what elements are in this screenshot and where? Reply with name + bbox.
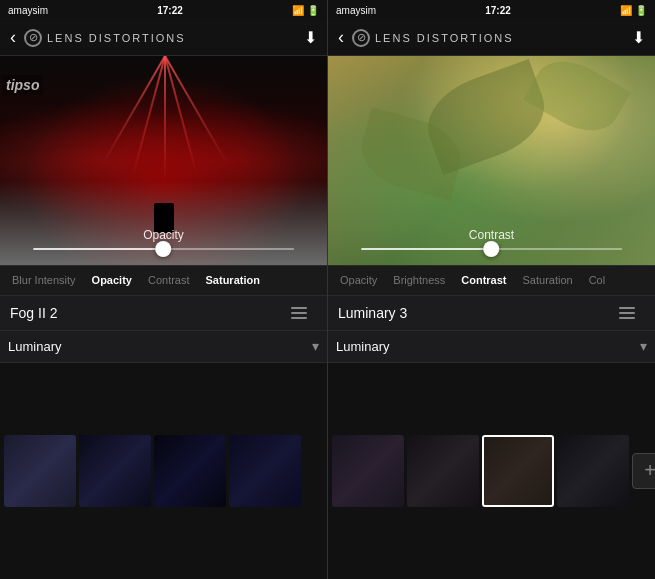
thumbnail-item-selected[interactable] (482, 435, 554, 507)
right-status-icons: 📶 🔋 (620, 5, 647, 16)
right-category-row[interactable]: Luminary ▾ (328, 331, 655, 363)
right-logo: ⊘ LENS DISTORTIONS (352, 29, 624, 47)
right-hamburger-icon[interactable] (619, 307, 635, 319)
watermark-left: tipso (2, 76, 43, 94)
right-panel: amaysim 17:22 📶 🔋 ‹ ⊘ LENS DISTORTIONS ⬇… (327, 0, 655, 579)
right-controls-tabs: Opacity Brightness Contrast Saturation C… (328, 265, 655, 295)
tab-saturation[interactable]: Saturation (198, 266, 268, 295)
left-slider-fill (33, 248, 164, 250)
right-carrier: amaysim (336, 5, 376, 16)
right-slider-track[interactable] (361, 248, 623, 250)
right-logo-circle: ⊘ (352, 29, 370, 47)
thumbnail-item[interactable] (154, 435, 226, 507)
left-pack-selector[interactable]: Fog II 2 (0, 295, 327, 331)
tab-opacity[interactable]: Opacity (84, 266, 140, 295)
left-chevron-down-icon[interactable]: ▾ (312, 338, 319, 354)
left-slider[interactable]: Opacity (33, 228, 295, 250)
thumbnail-item[interactable] (4, 435, 76, 507)
thumbnail-item[interactable] (332, 435, 404, 507)
right-slider-fill (361, 248, 492, 250)
right-image-area: Contrast (328, 56, 655, 265)
right-logo-text: LENS DISTORTIONS (375, 32, 514, 44)
left-slider-track[interactable] (33, 248, 295, 250)
left-logo-circle: ⊘ (24, 29, 42, 47)
right-slider-thumb[interactable] (484, 241, 500, 257)
left-hamburger-icon[interactable] (291, 307, 307, 319)
left-app-header: ‹ ⊘ LENS DISTORTIONS ⬇ (0, 20, 327, 56)
left-logo-text: LENS DISTORTIONS (47, 32, 186, 44)
right-slider[interactable]: Contrast (361, 228, 623, 250)
right-download-button[interactable]: ⬇ (632, 28, 645, 47)
thumbnail-item[interactable] (79, 435, 151, 507)
right-pack-selector[interactable]: Luminary 3 (328, 295, 655, 331)
right-time: 17:22 (485, 5, 511, 16)
tab-brightness[interactable]: Brightness (385, 266, 453, 295)
left-slider-thumb[interactable] (156, 241, 172, 257)
right-chevron-down-icon[interactable]: ▾ (640, 338, 647, 354)
left-image-area: tipso Opacity (0, 56, 327, 265)
left-logo: ⊘ LENS DISTORTIONS (24, 29, 296, 47)
left-pack-name: Fog II 2 (10, 305, 317, 321)
tab-col[interactable]: Col (581, 266, 614, 295)
right-back-button[interactable]: ‹ (338, 27, 344, 48)
left-panel: amaysim 17:22 📶 🔋 ‹ ⊘ LENS DISTORTIONS ⬇… (0, 0, 327, 579)
tab-saturation-right[interactable]: Saturation (515, 266, 581, 295)
left-category-name: Luminary (8, 339, 312, 354)
left-category-row[interactable]: Luminary ▾ (0, 331, 327, 363)
tab-contrast-right[interactable]: Contrast (453, 266, 514, 295)
right-status-bar: amaysim 17:22 📶 🔋 (328, 0, 655, 20)
left-controls-tabs: Blur Intensity Opacity Contrast Saturati… (0, 265, 327, 295)
left-download-button[interactable]: ⬇ (304, 28, 317, 47)
right-category-name: Luminary (336, 339, 640, 354)
tab-contrast-left[interactable]: Contrast (140, 266, 198, 295)
left-carrier: amaysim (8, 5, 48, 16)
right-slider-label: Contrast (469, 228, 514, 242)
left-status-icons: 📶 🔋 (292, 5, 319, 16)
thumbnail-item[interactable] (407, 435, 479, 507)
left-back-button[interactable]: ‹ (10, 27, 16, 48)
right-thumbnails-strip: + (328, 363, 655, 580)
left-slider-label: Opacity (143, 228, 184, 242)
thumbnail-item[interactable] (557, 435, 629, 507)
left-thumbnails-strip (0, 363, 327, 580)
right-app-header: ‹ ⊘ LENS DISTORTIONS ⬇ (328, 20, 655, 56)
left-time: 17:22 (157, 5, 183, 16)
right-pack-name: Luminary 3 (338, 305, 645, 321)
add-thumbnail-button[interactable]: + (632, 453, 655, 489)
tab-opacity-right[interactable]: Opacity (332, 266, 385, 295)
tab-blur-intensity[interactable]: Blur Intensity (4, 266, 84, 295)
thumbnail-item[interactable] (229, 435, 301, 507)
left-status-bar: amaysim 17:22 📶 🔋 (0, 0, 327, 20)
